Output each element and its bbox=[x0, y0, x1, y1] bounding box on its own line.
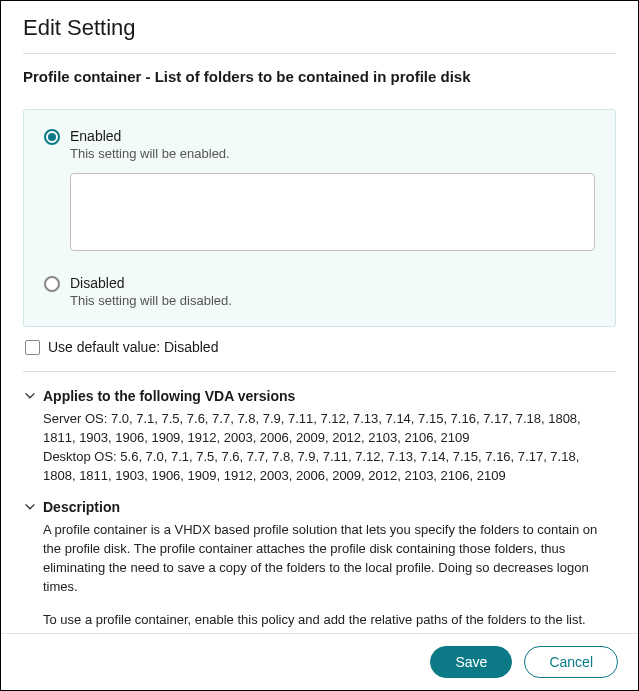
details-scroll[interactable]: Applies to the following VDA versions Se… bbox=[23, 380, 616, 633]
use-default-label: Use default value: Disabled bbox=[48, 339, 218, 355]
cancel-button[interactable]: Cancel bbox=[524, 646, 618, 678]
folders-textarea[interactable] bbox=[70, 173, 595, 251]
radio-disabled-label: Disabled bbox=[70, 275, 232, 291]
dialog-header: Edit Setting Profile container - List of… bbox=[1, 1, 638, 109]
setting-name: Profile container - List of folders to b… bbox=[23, 68, 616, 85]
applies-server-text: Server OS: 7.0, 7.1, 7.5, 7.6, 7.7, 7.8,… bbox=[43, 410, 608, 448]
section-description-body: A profile container is a VHDX based prof… bbox=[43, 521, 608, 633]
header-divider bbox=[23, 53, 616, 54]
section-applies-header[interactable]: Applies to the following VDA versions bbox=[23, 388, 608, 404]
section-applies-title: Applies to the following VDA versions bbox=[43, 388, 295, 404]
description-p1: A profile container is a VHDX based prof… bbox=[43, 521, 608, 596]
save-button[interactable]: Save bbox=[430, 646, 512, 678]
section-applies-body: Server OS: 7.0, 7.1, 7.5, 7.6, 7.7, 7.8,… bbox=[43, 410, 608, 485]
use-default-checkbox[interactable]: Use default value: Disabled bbox=[25, 339, 616, 355]
section-divider bbox=[23, 371, 616, 372]
description-p2: To use a profile container, enable this … bbox=[43, 611, 608, 633]
edit-setting-dialog: Edit Setting Profile container - List of… bbox=[0, 0, 639, 691]
option-panel: Enabled This setting will be enabled. Di… bbox=[23, 109, 616, 327]
applies-desktop-text: Desktop OS: 5.6, 7.0, 7.1, 7.5, 7.6, 7.7… bbox=[43, 448, 608, 486]
dialog-footer: Save Cancel bbox=[1, 633, 638, 690]
radio-disabled[interactable]: Disabled This setting will be disabled. bbox=[44, 275, 595, 308]
chevron-down-icon bbox=[23, 389, 37, 403]
radio-icon bbox=[44, 276, 60, 292]
radio-enabled[interactable]: Enabled This setting will be enabled. bbox=[44, 128, 595, 161]
dialog-content: Enabled This setting will be enabled. Di… bbox=[1, 109, 638, 633]
dialog-title: Edit Setting bbox=[23, 15, 616, 41]
checkbox-icon bbox=[25, 340, 40, 355]
radio-disabled-sub: This setting will be disabled. bbox=[70, 293, 232, 308]
radio-enabled-sub: This setting will be enabled. bbox=[70, 146, 230, 161]
chevron-down-icon bbox=[23, 500, 37, 514]
section-description-header[interactable]: Description bbox=[23, 499, 608, 515]
section-description-title: Description bbox=[43, 499, 120, 515]
radio-enabled-label: Enabled bbox=[70, 128, 230, 144]
radio-icon bbox=[44, 129, 60, 145]
